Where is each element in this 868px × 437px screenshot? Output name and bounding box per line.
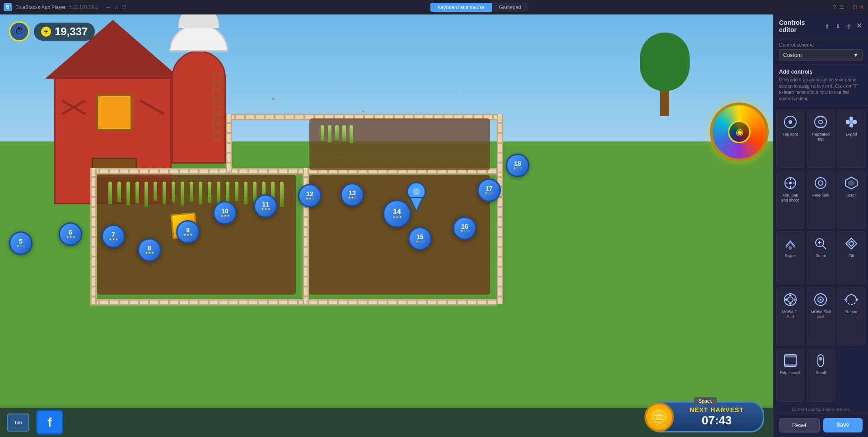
facebook-button[interactable]: f (36, 410, 63, 435)
svg-point-18 (815, 178, 826, 188)
reset-button[interactable]: Reset (779, 418, 820, 432)
maximize-btn[interactable]: □ (853, 4, 857, 10)
current-config-label: Current configuration actions (774, 405, 868, 413)
control-free-look[interactable]: Free look (807, 171, 835, 229)
main-content: 🪙 ◉ 🦴 5★☆☆ (0, 14, 868, 437)
space-badge: Space (694, 397, 717, 404)
home-btn[interactable]: ⌂ (115, 4, 118, 10)
scheme-section: Control scheme Custom ▼ (774, 38, 868, 65)
level-14-coin[interactable]: 14★★★ (383, 200, 411, 228)
svg-marker-27 (846, 238, 857, 249)
gold-spinner[interactable]: ◉ (710, 103, 769, 161)
svg-line-29 (851, 244, 854, 246)
control-edge-scroll[interactable]: Edge scroll (776, 348, 804, 402)
control-moba-skill[interactable]: MOBA Skill pad (807, 287, 835, 346)
panel-close-btn[interactable]: ✕ (855, 22, 863, 29)
crops-top (321, 125, 353, 143)
tab-gamepad[interactable]: Gamepad (492, 3, 528, 12)
edge-scroll-icon (782, 352, 798, 369)
harvest-timer: 07:43 (702, 414, 732, 428)
rotate-label: Rotate (845, 310, 858, 315)
level-10-coin[interactable]: 10★★★ (213, 201, 237, 225)
save-button[interactable]: Save (823, 418, 863, 432)
panel-header: Controls editor ⇧ ⇩ ⇧ ✕ (774, 14, 868, 38)
control-repeated-tap[interactable]: Repeated tap (807, 110, 835, 168)
svg-marker-38 (844, 298, 846, 301)
fence-bottom-h (90, 299, 497, 305)
minimize-btn[interactable]: − (847, 4, 851, 10)
svg-point-17 (789, 182, 792, 184)
level-17-coin[interactable]: 17★☆☆ (477, 179, 501, 202)
moba-skill-icon (812, 291, 829, 308)
hamburger-btn[interactable]: ☰ (839, 4, 845, 10)
app-name: BlueStacks App Player (15, 5, 65, 10)
restore-btn[interactable]: □ (122, 4, 126, 10)
scheme-select[interactable]: Custom ▼ (779, 49, 863, 61)
fence-inner-left-v (226, 114, 232, 173)
level-6-coin[interactable]: 6★★★ (59, 222, 82, 246)
panel-import-btn[interactable]: ⇩ (834, 22, 842, 30)
tab-button[interactable]: Tab (7, 414, 29, 432)
svg-rect-41 (784, 364, 796, 367)
level-11-coin[interactable]: 11★★★ (254, 194, 277, 218)
help-btn[interactable]: ? (833, 4, 836, 10)
silo-dome (178, 14, 219, 28)
tab-keyboard-mouse[interactable]: Keyboard and mouse (430, 3, 492, 12)
level-15-coin[interactable]: 15★☆☆ (408, 227, 432, 250)
svg-rect-9 (846, 120, 849, 124)
control-swipe[interactable]: Swipe (776, 231, 804, 285)
svg-rect-7 (849, 117, 853, 120)
level-12-coin[interactable]: 12★★☆ (298, 184, 322, 207)
svg-point-33 (788, 297, 793, 302)
level-5-coin[interactable]: 5★☆☆ (9, 231, 33, 255)
control-aim-pan-shoot[interactable]: Aim, pan and shoot (776, 171, 804, 229)
fence-inner-right-v (497, 114, 503, 173)
repeated-tap-label: Repeated tap (809, 132, 833, 142)
level-18-coin[interactable]: 18★☆☆ (506, 154, 529, 177)
control-moba-dpad[interactable]: MOBA D-Pad (776, 287, 804, 346)
add-controls-section: Add controls Drag and drop an action on … (774, 65, 868, 106)
control-tap-spot[interactable]: Tap spot (776, 110, 804, 168)
close-btn[interactable]: ✕ (859, 4, 864, 10)
control-dpad[interactable]: D-pad (837, 110, 865, 168)
svg-rect-10 (853, 120, 857, 124)
control-tilt[interactable]: Tilt (837, 231, 865, 285)
level-16-coin[interactable]: 16★☆☆ (453, 216, 476, 240)
score-container: + 19,337 (34, 23, 95, 41)
panel-share-btn[interactable]: ⇧ (823, 22, 831, 30)
next-harvest-container: 🪙 Space NEXT HARVEST 07:43 (647, 401, 764, 432)
zoom-icon (812, 235, 829, 252)
svg-point-5 (815, 116, 826, 128)
app-subtitle: 5.21.100.1001 (69, 5, 98, 9)
barn-cross-left (60, 88, 87, 124)
control-zoom[interactable]: Zoom (807, 231, 835, 285)
barn-window (96, 94, 132, 131)
fence-left-v (90, 168, 97, 304)
score-add-btn[interactable]: + (41, 27, 51, 37)
panel-header-actions: ⇧ ⇩ ⇧ ✕ (823, 22, 863, 30)
barn-cross-right (139, 88, 166, 124)
controls-grid: Tap spot Repeated tap (774, 106, 868, 405)
level-8-coin[interactable]: 8★★★ (138, 238, 161, 262)
game-area: 🪙 ◉ 🦴 5★☆☆ (0, 14, 773, 437)
swipe-icon (782, 235, 798, 252)
control-scroll[interactable]: Scroll (807, 348, 835, 402)
tap-spot-icon (782, 114, 798, 130)
back-btn[interactable]: ← (105, 4, 111, 10)
svg-point-36 (820, 299, 821, 301)
tilt-label: Tilt (849, 254, 854, 258)
svg-point-19 (818, 181, 823, 185)
level-9-coin[interactable]: 9★★★ (176, 220, 200, 244)
control-rotate[interactable]: Rotate (837, 287, 865, 346)
level-7-coin[interactable]: 7★★★ (102, 225, 125, 248)
app-logo: B (4, 3, 12, 11)
svg-line-31 (849, 241, 851, 244)
control-script[interactable]: Script (837, 171, 865, 229)
mode-tabs: Keyboard and mouse Gamepad (430, 3, 528, 12)
add-controls-desc: Drag and drop an action on your game scr… (779, 77, 863, 102)
tap-spot-label: Tap spot (783, 132, 798, 137)
level-13-coin[interactable]: 13★★☆ (341, 183, 364, 207)
panel-export-btn[interactable]: ⇧ (845, 22, 853, 30)
score-value: 19,337 (55, 25, 88, 38)
harvest-label: NEXT HARVEST (690, 406, 744, 414)
